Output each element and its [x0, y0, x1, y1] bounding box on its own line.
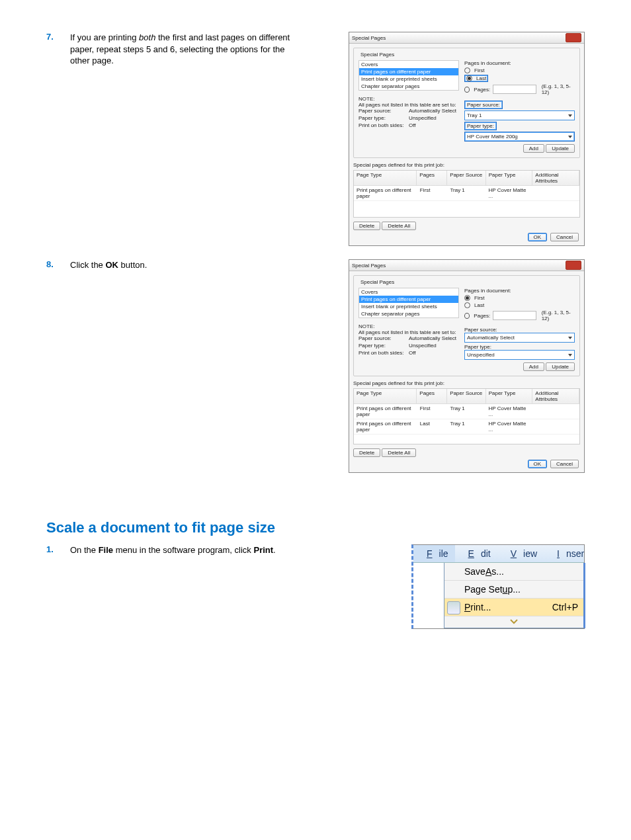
label: Paper type: — [464, 344, 575, 350]
section-heading: Scale a document to fit page size — [46, 519, 585, 536]
label: Pages: — [474, 313, 490, 319]
label: Paper source: — [464, 101, 503, 109]
table-row[interactable]: Print pages on different paper Last Tray… — [354, 419, 579, 435]
text: . — [273, 545, 276, 555]
list-item[interactable]: Print pages on different paper — [359, 68, 458, 75]
update-button[interactable]: Update — [546, 362, 575, 371]
list-item[interactable]: Covers — [359, 288, 458, 296]
note-label: NOTE: — [358, 96, 459, 102]
close-icon[interactable] — [566, 261, 581, 270]
table-title: Special pages defined for this print job… — [353, 162, 580, 168]
paper-type-combo[interactable]: HP Cover Matte 200g — [464, 132, 575, 142]
td — [532, 186, 579, 200]
delete-button[interactable]: Delete — [353, 448, 380, 457]
expand-icon[interactable] — [444, 616, 583, 628]
th: Paper Source — [447, 171, 485, 185]
list-item[interactable]: Print pages on different paper — [359, 296, 458, 303]
close-icon[interactable] — [566, 33, 581, 42]
th: Paper Type — [486, 171, 533, 185]
update-button[interactable]: Update — [546, 144, 575, 153]
ok-button[interactable]: OK — [528, 460, 548, 468]
label: Pages: — [474, 87, 490, 93]
label: First — [474, 295, 485, 301]
hint: (E.g. 1, 3, 5-12) — [542, 310, 575, 321]
list-item[interactable]: Chapter separator pages — [359, 83, 458, 90]
value: Unspecified — [409, 343, 437, 349]
text: button. — [118, 260, 147, 270]
td: HP Cover Matte ... — [486, 186, 533, 200]
list-item[interactable]: Insert blank or preprinted sheets — [359, 75, 458, 83]
chevron-down-icon — [568, 354, 572, 357]
ok-button[interactable]: OK — [528, 233, 548, 241]
th: Page Type — [354, 171, 417, 185]
th: Paper Type — [486, 389, 533, 403]
special-pages-dialog-1: Special Pages Special Pages Covers Print… — [349, 32, 585, 246]
add-button[interactable]: Add — [523, 362, 544, 371]
table-title: Special pages defined for this print job… — [353, 380, 580, 386]
defined-pages-table: Page Type Pages Paper Source Paper Type … — [353, 170, 580, 218]
value: Off — [409, 122, 416, 128]
td: Last — [417, 419, 448, 434]
combo-value: HP Cover Matte 200g — [467, 134, 518, 140]
dialog-title: Special Pages — [352, 263, 386, 269]
list-item[interactable]: Chapter separator pages — [359, 310, 458, 317]
text: Click the — [70, 260, 105, 270]
special-pages-list[interactable]: Covers Print pages on different paper In… — [358, 60, 459, 91]
th: Pages — [417, 171, 447, 185]
step-number-7: 7. — [46, 32, 70, 42]
label: Pages in document: — [464, 60, 575, 66]
paper-source-combo[interactable]: Tray 1 — [464, 110, 575, 120]
delete-all-button[interactable]: Delete All — [382, 222, 416, 230]
pages-input[interactable] — [493, 85, 536, 94]
radio-last[interactable] — [466, 75, 472, 81]
chevron-down-icon — [568, 337, 572, 339]
td: Print pages on different paper — [354, 419, 417, 434]
radio-last[interactable] — [464, 302, 470, 308]
hint: (E.g. 1, 3, 5-12) — [542, 83, 575, 95]
group-label: Special Pages — [358, 279, 396, 285]
chevron-down-icon — [568, 136, 572, 138]
group-label: Special Pages — [358, 52, 396, 58]
menu-item-save-as[interactable]: Save As... — [444, 563, 583, 581]
menu-insert[interactable]: Inser — [544, 545, 591, 562]
value: Off — [409, 350, 416, 356]
pages-input[interactable] — [493, 311, 536, 320]
special-pages-dialog-2: Special Pages Special Pages Covers Print… — [349, 259, 585, 473]
menu-edit[interactable]: Edit — [455, 545, 497, 562]
table-row[interactable]: Print pages on different paper First Tra… — [354, 404, 579, 419]
paper-source-combo[interactable]: Automatically Select — [464, 333, 575, 343]
note-label: NOTE: — [358, 323, 459, 329]
table-row[interactable]: Print pages on different paper First Tra… — [354, 186, 579, 201]
cancel-button[interactable]: Cancel — [550, 233, 579, 241]
label: Print on both sides: — [358, 350, 406, 356]
add-button[interactable]: Add — [523, 144, 544, 153]
combo-value: Automatically Select — [467, 335, 515, 341]
list-item[interactable]: Insert blank or preprinted sheets — [359, 303, 458, 310]
delete-all-button[interactable]: Delete All — [382, 448, 416, 457]
menu-file[interactable]: File — [413, 545, 455, 562]
radio-first[interactable] — [464, 67, 470, 73]
text: If you are printing — [70, 32, 139, 42]
paper-type-combo[interactable]: Unspecified — [464, 350, 575, 360]
radio-pages[interactable] — [464, 313, 470, 319]
td: Print pages on different paper — [354, 186, 417, 200]
special-pages-list[interactable]: Covers Print pages on different paper In… — [358, 288, 459, 318]
value: Automatically Select — [409, 108, 456, 114]
menu-item-page-setup[interactable]: Page Setup... — [444, 581, 583, 599]
label: Paper type: — [358, 343, 406, 349]
th: Page Type — [354, 389, 417, 403]
th: Additional Attributes — [532, 389, 579, 403]
td: Print pages on different paper — [354, 404, 417, 419]
td: First — [417, 404, 448, 419]
cancel-button[interactable]: Cancel — [550, 460, 579, 468]
menu-view[interactable]: View — [497, 545, 544, 562]
radio-pages[interactable] — [464, 87, 470, 93]
file-dropdown: Save As... Page Setup... Print...Ctrl+P — [444, 563, 585, 628]
td: Tray 1 — [447, 419, 485, 434]
delete-button[interactable]: Delete — [353, 222, 380, 230]
list-item[interactable]: Covers — [359, 61, 458, 68]
menu-item-print[interactable]: Print...Ctrl+P — [444, 599, 583, 616]
radio-first[interactable] — [464, 295, 470, 301]
text-bold: OK — [105, 260, 118, 270]
dialog-title: Special Pages — [352, 35, 386, 41]
